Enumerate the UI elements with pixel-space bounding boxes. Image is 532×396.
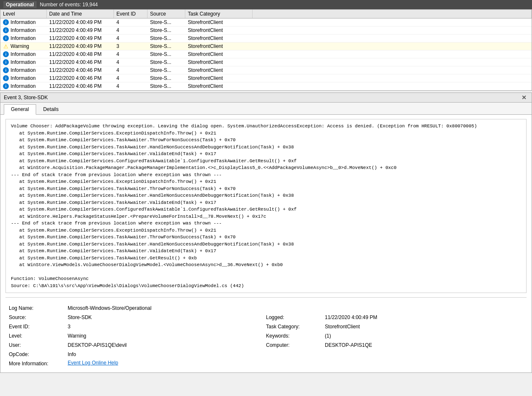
cell-category: StorefrontClient — [185, 66, 253, 74]
table-row[interactable]: iInformation11/22/2020 4:00:46 PM4Store-… — [0, 66, 532, 74]
table-row[interactable]: iInformation11/22/2020 4:00:49 PM4Store-… — [0, 26, 532, 34]
event-count: Number of events: 19,944 — [40, 2, 98, 8]
log-name-row: Log Name:Microsoft-Windows-Store/Operati… — [9, 304, 523, 312]
col-level[interactable]: Level — [0, 10, 47, 18]
table-row[interactable]: iInformation11/22/2020 4:00:49 PM4Store-… — [0, 18, 532, 26]
prop-row-3: Level:WarningKeywords:(1) — [9, 332, 523, 340]
cell-extra — [253, 66, 532, 74]
event-table-section: Level Date and Time Event ID Source Task… — [0, 9, 532, 91]
cell-category: StorefrontClient — [185, 50, 253, 58]
info-icon: i — [3, 51, 9, 57]
cell-category: StorefrontClient — [185, 58, 253, 66]
user-label: User: — [9, 341, 68, 349]
table-header: Level Date and Time Event ID Source Task… — [0, 10, 532, 18]
col-datetime[interactable]: Date and Time — [47, 10, 114, 18]
cell-category: StorefrontClient — [185, 74, 253, 82]
table-row[interactable]: iInformation11/22/2020 4:00:46 PM4Store-… — [0, 74, 532, 82]
prop-row-2: Event ID:3Task Category:StorefrontClient — [9, 323, 523, 330]
cell-category: StorefrontClient — [185, 34, 253, 42]
log-name-label: Log Name: — [9, 304, 68, 312]
cell-source: Store-S... — [147, 42, 185, 50]
message-area[interactable]: Volume Chooser: AddPackageVolume throwin… — [5, 119, 527, 293]
info-icon: i — [3, 83, 9, 89]
level-cell: iInformation — [0, 34, 47, 42]
cell-extra — [253, 34, 532, 42]
cell-datetime: 11/22/2020 4:00:49 PM — [47, 18, 114, 26]
level-cell: iInformation — [0, 66, 47, 74]
level-text: Information — [11, 67, 36, 73]
cell-datetime: 11/22/2020 4:00:48 PM — [47, 50, 114, 58]
keywords-value: (1) — [325, 332, 523, 340]
cell-source: Store-S... — [147, 50, 185, 58]
level-text: Information — [11, 35, 36, 41]
cell-source: Store-S... — [147, 66, 185, 74]
cell-category: StorefrontClient — [185, 26, 253, 34]
level-text: Information — [11, 75, 36, 81]
app-label: Operational — [3, 1, 37, 8]
cell-source: Store-S... — [147, 26, 185, 34]
source-label: Source: — [9, 314, 68, 321]
level-text: Information — [11, 51, 36, 57]
cell-datetime: 11/22/2020 4:00:49 PM — [47, 34, 114, 42]
cell-category: StorefrontClient — [185, 18, 253, 26]
prop-row-6: More Information:Event Log Online Help — [9, 360, 523, 367]
cell-eventId: 4 — [114, 74, 147, 82]
detail-title: Event 3, Store-SDK — [4, 95, 48, 100]
cell-datetime: 11/22/2020 4:00:46 PM — [47, 82, 114, 90]
col-eventid[interactable]: Event ID — [114, 10, 147, 18]
computer-label: Computer: — [266, 341, 325, 349]
cell-datetime: 11/22/2020 4:00:46 PM — [47, 74, 114, 82]
tab-details[interactable]: Details — [36, 104, 66, 114]
level-cell: iInformation — [0, 50, 47, 58]
cell-extra — [253, 26, 532, 34]
col-source[interactable]: Source — [147, 10, 185, 18]
level-text: Information — [11, 27, 36, 33]
cell-extra — [253, 18, 532, 26]
info-icon: i — [3, 59, 9, 65]
cell-datetime: 11/22/2020 4:00:46 PM — [47, 66, 114, 74]
logged-value: 11/22/2020 4:00:49 PM — [325, 314, 523, 321]
opcode-label: OpCode: — [9, 351, 68, 358]
tab-general[interactable]: General — [4, 104, 36, 115]
info-icon: i — [3, 75, 9, 81]
cell-eventId: 3 — [114, 42, 147, 50]
cell-eventId: 4 — [114, 58, 147, 66]
level-label: Level: — [9, 332, 68, 340]
table-row[interactable]: iInformation11/22/2020 4:00:49 PM4Store-… — [0, 34, 532, 42]
detail-title-bar: Event 3, Store-SDK ✕ — [0, 93, 532, 103]
more-info-link[interactable]: Event Log Online Help — [68, 360, 523, 367]
taskcategory-label: Task Category: — [266, 323, 325, 330]
taskcategory-value: StorefrontClient — [325, 323, 523, 330]
computer-value: DESKTOP-APIS1QE — [325, 341, 523, 349]
source-value: Store-SDK — [68, 314, 266, 321]
log-name-value: Microsoft-Windows-Store/Operational — [68, 304, 523, 312]
cell-source: Store-S... — [147, 58, 185, 66]
user-value: DESKTOP-APIS1QE\devil — [68, 341, 266, 349]
col-category[interactable]: Task Category — [185, 10, 253, 18]
eventid-label: Event ID: — [9, 323, 68, 330]
cell-source: Store-S... — [147, 82, 185, 90]
cell-eventId: 4 — [114, 34, 147, 42]
close-button[interactable]: ✕ — [520, 94, 528, 101]
table-body[interactable]: iInformation11/22/2020 4:00:49 PM4Store-… — [0, 18, 532, 90]
more-info-label: More Information: — [9, 360, 68, 367]
level-cell: iInformation — [0, 82, 47, 90]
prop-row-4: User:DESKTOP-APIS1QE\devilComputer:DESKT… — [9, 341, 523, 349]
divider — [5, 297, 527, 298]
cell-extra — [253, 50, 532, 58]
cell-datetime: 11/22/2020 4:00:46 PM — [47, 58, 114, 66]
title-bar: Operational Number of events: 19,944 — [0, 0, 532, 9]
table-row[interactable]: iInformation11/22/2020 4:00:46 PM4Store-… — [0, 82, 532, 90]
level-cell: ⚠Warning — [0, 42, 47, 50]
cell-category: StorefrontClient — [185, 82, 253, 90]
tab-bar: GeneralDetails — [0, 103, 532, 115]
table-row[interactable]: iInformation11/22/2020 4:00:46 PM4Store-… — [0, 58, 532, 66]
table-row[interactable]: ⚠Warning11/22/2020 4:00:49 PM3Store-S...… — [0, 42, 532, 50]
level-cell: iInformation — [0, 18, 47, 26]
cell-eventId: 4 — [114, 26, 147, 34]
info-icon: i — [3, 19, 9, 25]
table-row[interactable]: iInformation11/22/2020 4:00:48 PM4Store-… — [0, 50, 532, 58]
cell-eventId: 4 — [114, 66, 147, 74]
event-detail-panel: Event 3, Store-SDK ✕ GeneralDetails Volu… — [0, 92, 532, 373]
prop-row-1: Source:Store-SDKLogged:11/22/2020 4:00:4… — [9, 314, 523, 321]
